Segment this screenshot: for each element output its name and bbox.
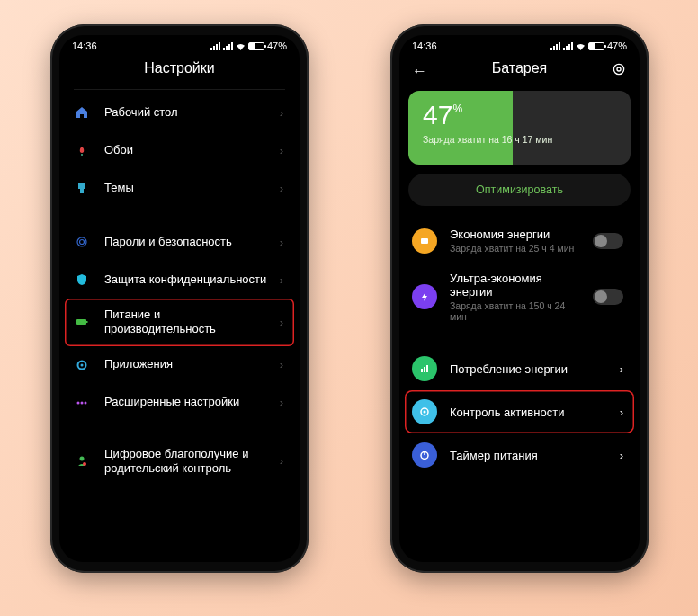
back-button[interactable]: ← bbox=[412, 62, 427, 80]
wifi-icon bbox=[236, 42, 246, 50]
signal-icon bbox=[210, 42, 220, 50]
chevron-right-icon: › bbox=[280, 358, 283, 371]
item-themes[interactable]: Темы › bbox=[65, 169, 294, 207]
svg-point-13 bbox=[613, 64, 623, 74]
chart-icon bbox=[412, 356, 437, 381]
chevron-right-icon: › bbox=[280, 396, 283, 409]
header: ← Батарея bbox=[399, 53, 640, 85]
status-time: 14:36 bbox=[72, 40, 97, 51]
signal-icon bbox=[550, 42, 560, 50]
item-label: Контроль активности bbox=[450, 406, 607, 419]
chevron-right-icon: › bbox=[280, 454, 283, 468]
item-sublabel: Заряда хватит на 25 ч 4 мин bbox=[450, 243, 580, 254]
divider bbox=[74, 89, 285, 90]
item-sublabel: Заряда хватит на 150 ч 24 мин bbox=[450, 300, 580, 322]
svg-point-2 bbox=[77, 237, 86, 246]
page-title: Батарея bbox=[492, 60, 548, 76]
battery-icon bbox=[72, 312, 92, 332]
status-time: 14:36 bbox=[412, 40, 437, 51]
svg-rect-18 bbox=[426, 365, 428, 372]
item-home[interactable]: Рабочий стол › bbox=[65, 94, 294, 131]
wellbeing-icon bbox=[72, 451, 92, 471]
item-label: Приложения bbox=[104, 357, 267, 371]
item-label: Рабочий стол bbox=[104, 105, 267, 120]
chevron-right-icon: › bbox=[280, 144, 283, 157]
item-security[interactable]: Пароли и безопасность › bbox=[65, 223, 294, 261]
chevron-right-icon: › bbox=[280, 316, 283, 329]
item-activity-control[interactable]: Контроль активности › bbox=[405, 390, 634, 433]
item-timer[interactable]: Таймер питания › bbox=[405, 433, 634, 477]
themes-icon bbox=[72, 178, 92, 198]
status-bar: 14:36 47% bbox=[59, 35, 300, 53]
item-label: Защита конфиденциальности bbox=[104, 272, 267, 287]
status-bar: 14:36 47% bbox=[399, 35, 640, 53]
ultra-toggle[interactable] bbox=[593, 289, 623, 305]
item-label: Потребление энергии bbox=[450, 362, 607, 376]
chevron-right-icon: › bbox=[620, 449, 623, 462]
svg-point-20 bbox=[424, 411, 426, 414]
power-icon bbox=[412, 442, 437, 468]
chevron-right-icon: › bbox=[620, 406, 623, 419]
item-apps[interactable]: Приложения › bbox=[65, 346, 294, 384]
item-label: Пароли и безопасность bbox=[104, 235, 267, 249]
status-indicators: 47% bbox=[210, 40, 287, 51]
svg-rect-17 bbox=[424, 367, 425, 372]
item-label: Экономия энергии bbox=[450, 228, 580, 241]
settings-gear-button[interactable] bbox=[611, 61, 627, 81]
phone-right: 14:36 47% ← Батарея 47% Заряда хватит на… bbox=[390, 24, 649, 573]
dots-icon bbox=[72, 393, 92, 413]
signal-icon-2 bbox=[563, 42, 573, 50]
item-ultra-saver[interactable]: Ультра-экономия энергии Заряда хватит на… bbox=[405, 263, 634, 331]
battery-remaining: Заряда хватит на 16 ч 17 мин bbox=[423, 134, 616, 145]
battery-list: Экономия энергии Заряда хватит на 25 ч 4… bbox=[399, 219, 640, 477]
svg-point-3 bbox=[80, 240, 85, 245]
signal-icon-2 bbox=[223, 42, 233, 50]
item-wellbeing[interactable]: Цифровое благополучие и родительский кон… bbox=[65, 438, 294, 486]
battery-pct: 47% bbox=[607, 40, 627, 51]
svg-rect-0 bbox=[78, 183, 85, 189]
chevron-right-icon: › bbox=[280, 106, 283, 120]
screen-settings: 14:36 47% Настройки Рабочий стол › Обои bbox=[59, 35, 300, 562]
svg-point-10 bbox=[85, 401, 87, 404]
svg-rect-4 bbox=[76, 319, 86, 325]
item-advanced[interactable]: Расширенные настройки › bbox=[65, 384, 294, 422]
chevron-right-icon: › bbox=[280, 273, 283, 287]
svg-point-8 bbox=[77, 401, 80, 404]
item-consumption[interactable]: Потребление энергии › bbox=[405, 347, 634, 390]
battery-card: 47% Заряда хватит на 16 ч 17 мин bbox=[408, 91, 631, 165]
item-label: Расширенные настройки bbox=[104, 395, 267, 409]
wallpaper-icon bbox=[72, 140, 92, 160]
optimize-button[interactable]: Оптимизировать bbox=[408, 174, 631, 206]
chevron-right-icon: › bbox=[280, 236, 283, 249]
saver-toggle[interactable] bbox=[593, 233, 623, 249]
item-power[interactable]: Питание и производительность › bbox=[65, 299, 294, 346]
item-label: Цифровое благополучие и родительский кон… bbox=[104, 447, 267, 477]
chevron-right-icon: › bbox=[280, 182, 283, 195]
svg-rect-1 bbox=[80, 189, 84, 193]
status-indicators: 47% bbox=[550, 40, 627, 51]
gear-icon bbox=[72, 355, 92, 375]
screen-battery: 14:36 47% ← Батарея 47% Заряда хватит на… bbox=[399, 35, 640, 562]
item-battery-saver[interactable]: Экономия энергии Заряда хватит на 25 ч 4… bbox=[405, 219, 634, 263]
activity-icon bbox=[412, 399, 437, 424]
saver-icon bbox=[412, 228, 437, 254]
svg-point-7 bbox=[81, 363, 84, 366]
battery-pct: 47% bbox=[267, 40, 287, 51]
battery-icon bbox=[588, 42, 604, 50]
item-label: Ультра-экономия энергии bbox=[450, 272, 580, 299]
item-wallpaper[interactable]: Обои › bbox=[65, 131, 294, 169]
svg-point-9 bbox=[81, 401, 84, 404]
battery-percentage: 47% bbox=[423, 102, 616, 129]
page-title: Настройки bbox=[144, 60, 214, 76]
settings-list: Рабочий стол › Обои › Темы › Пароли и бе… bbox=[59, 89, 300, 485]
item-label: Обои bbox=[104, 143, 267, 157]
home-icon bbox=[72, 103, 92, 122]
phone-left: 14:36 47% Настройки Рабочий стол › Обои bbox=[50, 24, 309, 573]
wifi-icon bbox=[576, 42, 586, 50]
battery-icon bbox=[248, 42, 264, 50]
item-privacy[interactable]: Защита конфиденциальности › bbox=[65, 261, 294, 299]
svg-point-14 bbox=[617, 67, 621, 71]
shield-icon bbox=[72, 270, 92, 290]
item-label: Питание и производительность bbox=[104, 308, 267, 337]
svg-point-12 bbox=[83, 462, 86, 466]
